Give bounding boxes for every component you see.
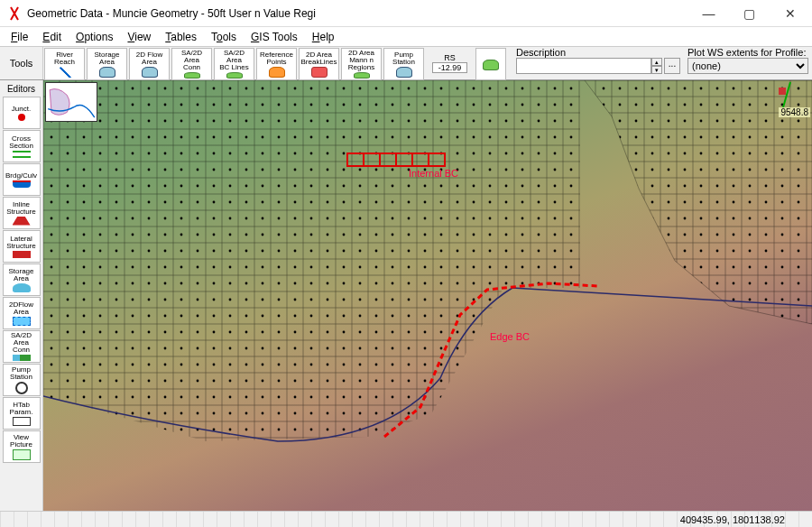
sa2d-bclines-icon: [226, 72, 243, 79]
pump-station-icon: [396, 67, 412, 78]
map-layers-icon: [483, 60, 499, 70]
editor-inline-structure[interactable]: InlineStructure: [3, 197, 41, 229]
tool-2d-flow-area[interactable]: 2D FlowArea: [129, 48, 170, 80]
editors-label: Editors: [7, 82, 35, 96]
window-title: Geometric Data - Muncie Geometry - 50ft …: [27, 7, 688, 20]
sa2d-conn-ed-icon: [13, 355, 31, 361]
editor-junct[interactable]: Junct.: [3, 97, 41, 129]
view-picture-icon: [13, 449, 31, 460]
editor-pump-station-ed[interactable]: PumpStation: [3, 364, 41, 396]
editor-storage-area-ed[interactable]: StorageArea: [3, 264, 41, 296]
menu-file[interactable]: File: [4, 29, 35, 45]
description-spinner[interactable]: ▴▾: [651, 58, 662, 74]
rs-label: RS: [444, 53, 456, 62]
storage-area-icon: [99, 67, 115, 78]
rs-group: RS -12.99: [425, 47, 475, 79]
editor-htab-param[interactable]: HTabParam.: [3, 397, 41, 430]
menu-bar: File Edit Options View Tables Tools GIS …: [0, 27, 812, 46]
tool-river-reach[interactable]: RiverReach: [44, 48, 85, 80]
profile-group: Plot WS extents for Profile: (none): [684, 47, 812, 79]
editor-lateral-structure[interactable]: LateralStructure: [3, 230, 41, 263]
app-icon: [7, 6, 22, 21]
overview-inset[interactable]: [45, 82, 97, 122]
internal-bc-cells[interactable]: [346, 153, 446, 167]
tool-sa2d-conn[interactable]: SA/2D AreaConn: [171, 48, 212, 80]
2d-breaklines-icon: [311, 67, 328, 78]
editor-brdg-culv[interactable]: Brdg/Culv: [3, 163, 41, 196]
edge-bc-label: Edge BC: [490, 331, 530, 342]
rs-value[interactable]: -12.99: [432, 62, 468, 73]
maximize-button[interactable]: ▢: [729, 1, 770, 26]
main-area: Editors Junct.CrossSectionBrdg/CulvInlin…: [0, 80, 812, 511]
tool-storage-area[interactable]: StorageArea: [87, 48, 127, 80]
2dflow-area-ed-icon: [13, 317, 31, 326]
htab-param-icon: [13, 417, 31, 426]
menu-edit[interactable]: Edit: [35, 29, 69, 45]
editor-view-picture[interactable]: ViewPicture: [3, 430, 41, 463]
river-reach-icon: [57, 67, 73, 78]
menu-tools[interactable]: Tools: [204, 29, 244, 45]
description-group: Description ▴▾ ...: [512, 47, 684, 79]
tool-2d-breaklines[interactable]: 2D AreaBreakLines: [299, 48, 339, 80]
menu-tables[interactable]: Tables: [158, 29, 204, 45]
menu-help[interactable]: Help: [305, 29, 342, 45]
profile-select[interactable]: (none): [687, 58, 808, 74]
status-bar: 409435.99, 1801138.92: [0, 511, 812, 527]
mesh-grid: [43, 80, 812, 511]
editor-sa2d-conn-ed[interactable]: SA/2D AreaConn: [3, 330, 41, 363]
tool-pump-station[interactable]: PumpStation: [383, 48, 424, 80]
menu-view[interactable]: View: [120, 29, 158, 45]
2d-flow-area-icon: [142, 67, 158, 78]
tools-label: Tools: [0, 47, 43, 79]
pump-station-ed-icon: [15, 382, 28, 394]
station-tag: 9548.8: [779, 107, 810, 117]
tool-sa2d-bclines[interactable]: SA/2D AreaBC Lines: [214, 48, 254, 80]
map-layers-button[interactable]: [475, 48, 506, 80]
description-more-button[interactable]: ...: [664, 58, 680, 74]
editor-cross-section[interactable]: CrossSection: [3, 130, 41, 162]
top-toolbar: Tools RiverReachStorageArea2D FlowAreaSA…: [0, 46, 812, 80]
description-input[interactable]: [516, 58, 651, 74]
title-bar: Geometric Data - Muncie Geometry - 50ft …: [0, 0, 812, 27]
minimize-button[interactable]: —: [688, 1, 729, 26]
geometry-canvas[interactable]: Internal BC Edge BC 9548.8: [43, 80, 812, 511]
brdg-culv-icon: [13, 180, 31, 188]
internal-bc-label: Internal BC: [409, 168, 458, 179]
status-coords: 409435.99, 1801138.92: [680, 514, 785, 525]
2d-mann-icon: [354, 72, 370, 79]
tool-2d-mann[interactable]: 2D AreaMann nRegions: [341, 48, 382, 80]
lateral-structure-icon: [13, 251, 31, 258]
tool-ref-points[interactable]: ReferencePoints: [256, 48, 297, 80]
ref-points-icon: [269, 67, 285, 78]
menu-gis-tools[interactable]: GIS Tools: [244, 29, 305, 45]
sa2d-conn-icon: [184, 72, 200, 79]
junct-icon: [18, 114, 25, 121]
close-button[interactable]: ✕: [770, 1, 810, 26]
cross-section-icon: [13, 151, 31, 158]
description-label: Description: [516, 47, 680, 58]
inline-structure-icon: [13, 217, 31, 226]
profile-label: Plot WS extents for Profile:: [687, 47, 808, 58]
menu-options[interactable]: Options: [69, 29, 120, 45]
window-controls: — ▢ ✕: [688, 1, 810, 26]
editor-2dflow-area-ed[interactable]: 2DFlowArea: [3, 297, 41, 329]
svg-rect-3: [779, 88, 786, 95]
editors-sidebar: Editors Junct.CrossSectionBrdg/CulvInlin…: [0, 80, 43, 511]
storage-area-ed-icon: [13, 283, 31, 292]
